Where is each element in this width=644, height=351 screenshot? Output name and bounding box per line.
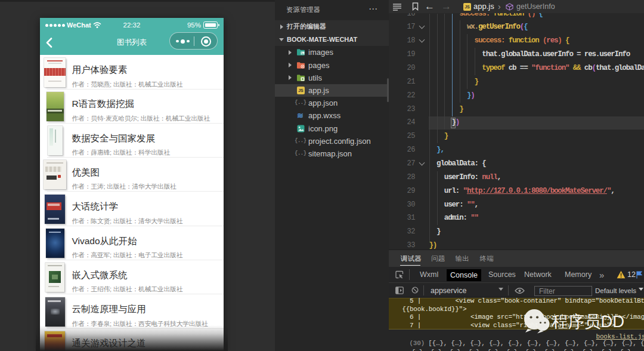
svg-text:程序员DD: 程序员DD [552, 312, 624, 331]
